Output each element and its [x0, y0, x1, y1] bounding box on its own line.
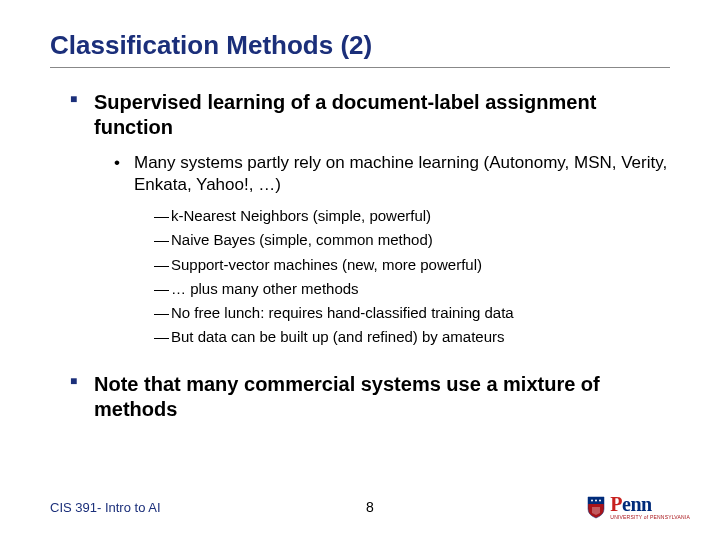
- dash-item: But data can be built up (and refined) b…: [154, 327, 670, 347]
- penn-subtitle: UNIVERSITY of PENNSYLVANIA: [610, 515, 690, 520]
- footer-page-number: 8: [366, 499, 374, 515]
- bullet-supervised-learning: Supervised learning of a document-label …: [70, 90, 670, 140]
- footer-course: CIS 391- Intro to AI: [50, 500, 161, 515]
- dash-item: Support-vector machines (new, more power…: [154, 255, 670, 275]
- dash-item: … plus many other methods: [154, 279, 670, 299]
- svg-point-0: [591, 500, 593, 502]
- svg-point-1: [595, 500, 597, 502]
- bullet-commercial-systems: Note that many commercial systems use a …: [70, 372, 670, 422]
- dash-item: No free lunch: requires hand-classified …: [154, 303, 670, 323]
- slide-footer: CIS 391- Intro to AI 8 Penn UNIVERSITY o…: [50, 494, 690, 520]
- slide-title: Classification Methods (2): [50, 30, 670, 68]
- svg-point-2: [599, 500, 601, 502]
- penn-wordmark: Penn: [610, 494, 690, 514]
- bullet-many-systems: Many systems partly rely on machine lear…: [114, 152, 670, 196]
- dash-item: Naive Bayes (simple, common method): [154, 230, 670, 250]
- shield-icon: [586, 495, 606, 519]
- penn-logo-text: Penn UNIVERSITY of PENNSYLVANIA: [610, 494, 690, 520]
- dash-item: k-Nearest Neighbors (simple, powerful): [154, 206, 670, 226]
- dash-list: k-Nearest Neighbors (simple, powerful) N…: [50, 206, 670, 348]
- penn-logo: Penn UNIVERSITY of PENNSYLVANIA: [586, 494, 690, 520]
